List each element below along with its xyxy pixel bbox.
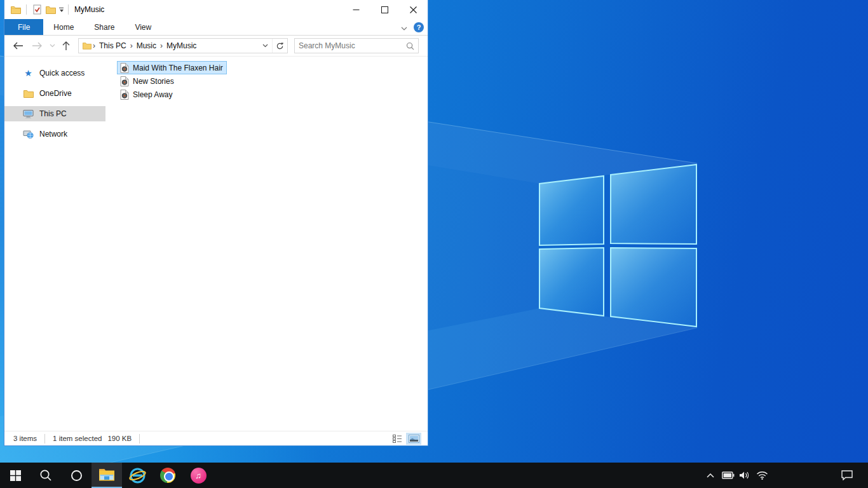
expand-ribbon-chevron-icon[interactable] — [401, 22, 407, 33]
taskbar: ♫ — [0, 463, 868, 488]
file-list: Maid With The Flaxen Hair New Stories Sl… — [105, 57, 428, 431]
separator — [139, 434, 140, 444]
window-title: MyMusic — [74, 5, 104, 14]
chrome-icon — [160, 468, 175, 483]
tab-home[interactable]: Home — [43, 19, 84, 35]
taskbar-search-button[interactable] — [31, 463, 61, 488]
cortana-circle-icon — [71, 470, 83, 482]
up-button[interactable] — [58, 37, 74, 54]
audio-file-icon — [119, 63, 130, 73]
search-icon — [39, 469, 52, 482]
sidebar-item-label: Quick access — [39, 69, 85, 78]
properties-button[interactable] — [31, 4, 43, 15]
large-icons-view-button[interactable] — [406, 433, 421, 445]
file-item[interactable]: New Stories — [117, 74, 178, 88]
desktop: MyMusic File Home Share View ? — [0, 0, 868, 488]
sidebar-item-label: Network — [39, 130, 67, 139]
close-button[interactable] — [399, 0, 428, 19]
file-name: Maid With The Flaxen Hair — [133, 64, 223, 72]
status-bar: 3 items 1 item selected 190 KB — [4, 431, 428, 445]
audio-file-icon — [119, 90, 130, 100]
status-selection: 1 item selected — [53, 435, 102, 442]
sidebar-item-this-pc[interactable]: This PC — [4, 106, 105, 121]
minimize-button[interactable] — [342, 0, 370, 19]
sidebar-item-label: This PC — [39, 109, 67, 118]
tab-view[interactable]: View — [125, 19, 161, 35]
quick-access-star-icon: ★ — [23, 69, 34, 78]
content-area: ★ Quick access OneDrive This PC — [4, 57, 428, 431]
customize-quick-access-toolbar-button[interactable] — [59, 8, 64, 12]
status-selection-size: 190 KB — [107, 435, 132, 442]
internet-explorer-button[interactable] — [122, 463, 153, 488]
new-folder-button[interactable] — [45, 4, 57, 15]
help-button[interactable]: ? — [414, 22, 424, 32]
breadcrumb[interactable]: › This PC › Music › MyMusic — [78, 38, 288, 53]
titlebar: MyMusic — [4, 0, 428, 19]
chrome-button[interactable] — [153, 463, 183, 488]
refresh-button[interactable] — [272, 39, 287, 53]
file-explorer-icon — [98, 468, 115, 482]
file-name: Sleep Away — [133, 90, 173, 99]
maximize-button[interactable] — [370, 0, 399, 19]
itunes-icon: ♫ — [191, 468, 207, 484]
address-dropdown-chevron-icon[interactable] — [258, 39, 272, 53]
audio-file-icon — [119, 76, 130, 86]
search-input[interactable] — [299, 41, 406, 50]
internet-explorer-icon — [129, 467, 146, 484]
address-bar: › This PC › Music › MyMusic — [4, 36, 428, 57]
breadcrumb-chevron[interactable]: › — [92, 41, 97, 50]
start-button[interactable] — [0, 463, 31, 488]
explorer-folder-icon — [10, 4, 22, 15]
separator — [26, 4, 27, 15]
separator — [68, 4, 69, 15]
navigation-pane: ★ Quick access OneDrive This PC — [4, 57, 105, 431]
search-icon[interactable] — [406, 42, 414, 50]
network-globe-icon — [23, 130, 34, 139]
breadcrumb-music[interactable]: Music — [134, 41, 159, 50]
sidebar-item-quick-access[interactable]: ★ Quick access — [4, 65, 105, 81]
search-box — [294, 38, 419, 53]
status-item-count: 3 items — [13, 435, 37, 442]
itunes-button[interactable]: ♫ — [183, 463, 214, 488]
breadcrumb-chevron[interactable]: › — [159, 41, 164, 50]
show-hidden-icons-chevron-icon[interactable] — [704, 463, 717, 488]
folder-icon — [83, 42, 92, 50]
tab-share[interactable]: Share — [84, 19, 125, 35]
breadcrumb-mymusic[interactable]: MyMusic — [164, 41, 199, 50]
sidebar-item-label: OneDrive — [39, 89, 72, 98]
sidebar-item-onedrive[interactable]: OneDrive — [4, 86, 105, 101]
cortana-button[interactable] — [61, 463, 92, 488]
back-button[interactable] — [8, 37, 27, 54]
file-name: New Stories — [133, 77, 174, 86]
recent-locations-chevron-icon[interactable] — [46, 37, 58, 54]
volume-icon[interactable] — [737, 463, 752, 488]
taskbar-file-explorer-button[interactable] — [92, 463, 122, 488]
sidebar-item-network[interactable]: Network — [4, 126, 105, 142]
details-view-button[interactable] — [390, 433, 405, 445]
battery-icon[interactable] — [721, 463, 736, 488]
file-item-selected[interactable]: Maid With The Flaxen Hair — [117, 61, 227, 74]
tab-file[interactable]: File — [4, 19, 43, 35]
this-pc-monitor-icon — [23, 109, 34, 119]
breadcrumb-this-pc[interactable]: This PC — [97, 41, 129, 50]
breadcrumb-chevron[interactable]: › — [129, 41, 134, 50]
forward-button[interactable] — [27, 37, 46, 54]
file-item[interactable]: Sleep Away — [117, 88, 177, 101]
separator — [44, 434, 45, 444]
ribbon-tabs: File Home Share View ? — [4, 19, 428, 36]
file-explorer-window: MyMusic File Home Share View ? — [4, 0, 428, 446]
windows-logo-icon — [10, 470, 21, 481]
action-center-icon[interactable] — [839, 463, 855, 488]
wifi-icon[interactable] — [754, 463, 770, 488]
onedrive-icon — [23, 90, 34, 98]
